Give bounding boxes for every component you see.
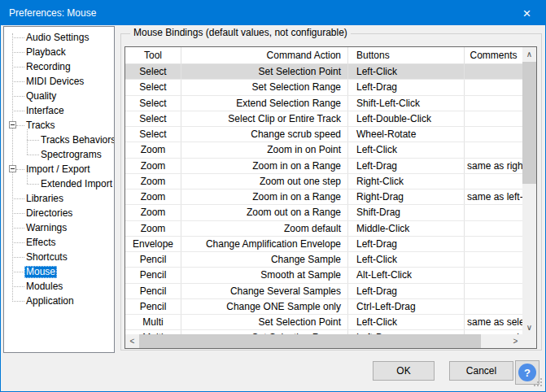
vertical-scrollbar-thumb[interactable] xyxy=(522,62,536,184)
sidebar-item-label: Warnings xyxy=(24,222,68,234)
tree-connector xyxy=(12,301,24,302)
sidebar-item-midi-devices[interactable]: MIDI Devices xyxy=(4,74,114,89)
sidebar-item-spectrograms[interactable]: Spectrograms xyxy=(4,147,114,162)
table-row[interactable]: ZoomZoom out one stepRight-Click xyxy=(125,174,522,189)
scroll-up-icon[interactable]: ∧ xyxy=(522,47,536,61)
column-header-buttons[interactable]: Buttons xyxy=(348,47,465,63)
table-row[interactable]: ZoomZoom in on PointLeft-Click xyxy=(125,142,522,158)
table-row[interactable]: EnvelopeChange Amplification EnvelopeLef… xyxy=(125,237,522,252)
cell-tool: Select xyxy=(125,64,181,79)
resize-grip[interactable] xyxy=(534,378,543,387)
tree-connector xyxy=(16,125,24,126)
tree-connector xyxy=(12,52,24,53)
sidebar-item-effects[interactable]: Effects xyxy=(4,235,114,250)
sidebar-item-label: Directories xyxy=(24,207,74,220)
table-row[interactable]: MultiSet Selection PointLeft-Clicksame a… xyxy=(125,315,522,330)
sidebar-item-label: Quality xyxy=(24,90,58,102)
sidebar-item-extended-import[interactable]: Extended Import xyxy=(4,176,114,191)
cell-comment xyxy=(465,252,522,267)
table-row[interactable]: PencilSmooth at SampleAlt-Left-Click xyxy=(125,268,522,283)
sidebar-item-playback[interactable]: Playback xyxy=(4,45,114,59)
table-row[interactable]: SelectChange scrub speedWheel-Rotate xyxy=(125,127,522,142)
sidebar-item-label: Extended Import xyxy=(39,178,114,190)
sidebar-item-label: Audio Settings xyxy=(24,32,90,44)
cell-tool: Multi xyxy=(125,315,181,329)
horizontal-scrollbar-thumb[interactable] xyxy=(139,334,481,348)
table-row[interactable]: SelectSet Selection PointLeft-Click xyxy=(125,64,522,80)
cell-buttons: Left-Double-Click xyxy=(348,111,465,126)
cell-buttons: Left-Drag xyxy=(348,284,465,298)
table-row[interactable]: SelectExtend Selection RangeShift-Left-C… xyxy=(125,96,522,111)
cell-buttons: Right-Click xyxy=(348,174,465,189)
cell-action: Set Selection Range xyxy=(181,80,348,94)
tree-connector xyxy=(12,286,24,287)
scroll-right-icon[interactable]: > xyxy=(509,334,522,348)
table-row[interactable]: SelectSelect Clip or Entire TrackLeft-Do… xyxy=(125,111,522,127)
table-row[interactable]: SelectSet Selection RangeLeft-Drag xyxy=(125,80,522,95)
cell-buttons: Left-Drag xyxy=(348,237,465,251)
table-row[interactable]: ZoomZoom out on a RangeShift-Drag xyxy=(125,205,522,220)
column-header-command-action[interactable]: Command Action xyxy=(181,47,348,63)
scroll-down-icon[interactable]: ∨ xyxy=(522,320,536,334)
window-title: Preferences: Mouse xyxy=(1,7,96,19)
table-header: ToolCommand ActionButtonsComments xyxy=(125,47,522,64)
tree-connector xyxy=(16,169,24,170)
table-row[interactable]: PencilChange SampleLeft-Click xyxy=(125,252,522,268)
cell-comment xyxy=(465,299,522,314)
sidebar-item-tracks-behaviors[interactable]: Tracks Behaviors xyxy=(4,133,114,147)
cell-comment: same as right xyxy=(465,159,522,173)
cell-comment xyxy=(465,205,522,220)
sidebar-item-recording[interactable]: Recording xyxy=(4,59,114,74)
cell-tool: Zoom xyxy=(125,159,181,173)
close-icon[interactable]: × xyxy=(509,1,545,25)
tree-connector xyxy=(12,67,24,68)
cell-tool: Select xyxy=(125,80,181,94)
sidebar-item-import-export[interactable]: Import / Export xyxy=(4,162,114,176)
table-row[interactable]: ZoomZoom defaultMiddle-Click xyxy=(125,221,522,237)
column-header-comments[interactable]: Comments xyxy=(465,47,522,63)
cell-buttons: Left-Click xyxy=(348,252,465,267)
cell-action: Change Sample xyxy=(181,252,348,267)
collapse-icon[interactable] xyxy=(9,121,16,128)
sidebar-item-tracks[interactable]: Tracks xyxy=(4,118,114,133)
cell-comment: same as selec xyxy=(465,315,522,329)
sidebar-item-label: Application xyxy=(24,295,76,307)
cell-comment xyxy=(465,64,522,79)
cell-buttons: Alt-Left-Click xyxy=(348,268,465,282)
titlebar: Preferences: Mouse × xyxy=(1,1,545,25)
cell-buttons: Left-Drag xyxy=(348,80,465,94)
scroll-left-icon[interactable]: < xyxy=(125,334,139,348)
sidebar-item-shortcuts[interactable]: Shortcuts xyxy=(4,250,114,264)
cell-tool: Zoom xyxy=(125,189,181,204)
sidebar-item-modules[interactable]: Modules xyxy=(4,279,114,294)
sidebar-item-quality[interactable]: Quality xyxy=(4,89,114,103)
cell-comment xyxy=(465,96,522,111)
cell-tool: Pencil xyxy=(125,268,181,282)
cell-tool: Select xyxy=(125,96,181,111)
tree-connector xyxy=(12,198,24,199)
vertical-scrollbar[interactable]: ∧ ∨ xyxy=(522,47,536,334)
table-row[interactable]: PencilChange ONE Sample onlyCtrl-Left-Dr… xyxy=(125,299,522,315)
sidebar-item-interface[interactable]: Interface xyxy=(4,103,114,118)
column-header-tool[interactable]: Tool xyxy=(125,47,181,63)
cell-buttons: Left-Click xyxy=(348,315,465,329)
sidebar-item-libraries[interactable]: Libraries xyxy=(4,191,114,206)
tree-connector xyxy=(12,228,24,229)
ok-button[interactable]: OK xyxy=(373,361,435,381)
sidebar-item-application[interactable]: Application xyxy=(4,294,114,308)
cell-buttons: Left-Click xyxy=(348,64,465,79)
sidebar-item-warnings[interactable]: Warnings xyxy=(4,220,114,235)
table-row[interactable]: ZoomZoom in on a RangeRight-Dragsame as … xyxy=(125,189,522,205)
scrollbar-corner xyxy=(522,334,536,348)
table-row[interactable]: ZoomZoom in on a RangeLeft-Dragsame as r… xyxy=(125,159,522,174)
cell-buttons: Left-Click xyxy=(348,142,465,157)
cancel-button[interactable]: Cancel xyxy=(449,361,513,381)
sidebar-item-mouse[interactable]: Mouse xyxy=(4,264,114,279)
sidebar-item-directories[interactable]: Directories xyxy=(4,206,114,220)
tree-connector xyxy=(12,257,24,258)
cell-action: Smooth at Sample xyxy=(181,268,348,282)
horizontal-scrollbar[interactable]: < > xyxy=(125,334,522,348)
sidebar-item-audio-settings[interactable]: Audio Settings xyxy=(4,30,114,45)
table-row[interactable]: PencilChange Several SamplesLeft-Drag xyxy=(125,284,522,299)
collapse-icon[interactable] xyxy=(9,165,16,172)
